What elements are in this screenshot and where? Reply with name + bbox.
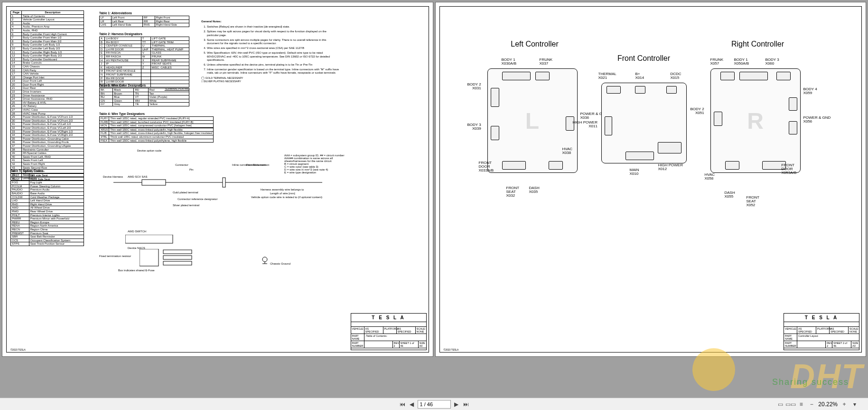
svg-rect-7 xyxy=(163,261,192,265)
page-viewer: PageDescription 1Table of Contents2Vehic… xyxy=(0,0,868,359)
lbl-inline-female: Female contact xyxy=(246,163,266,166)
page-input[interactable] xyxy=(418,400,451,409)
copyright: ©2023 TESLA xyxy=(10,348,26,351)
optcodes-title: Table 5: Option Codes xyxy=(10,169,84,172)
zoom-out-button[interactable]: − xyxy=(808,400,815,408)
color-table: BKBlackRDRedBNBrownTNTanBUBlueVTViolet (… xyxy=(99,88,189,106)
status-success: Sharing success xyxy=(772,377,849,387)
l-letter: L xyxy=(525,108,539,134)
toc: PageDescription 1Table of Contents2Vehic… xyxy=(10,10,84,181)
lbl-device-option: Device option code xyxy=(137,149,161,152)
svg-point-8 xyxy=(262,257,267,262)
view-facing-icon[interactable]: ▭▭ xyxy=(787,400,794,408)
lbl-length: Length of wire [mm] xyxy=(270,192,295,195)
wiretype-table-area: Table 4: Wire Type Designators FLRYThin … xyxy=(99,111,189,143)
harness-table: ALH BODYTLIFT GATEBRH BODYTTLIFT GATE TR… xyxy=(99,37,189,87)
lbl-vehicle-opt: Vehicle option code wire is related to (… xyxy=(251,196,322,199)
zoom-dropdown-icon[interactable]: ▾ xyxy=(851,400,859,408)
conn-right-body1: BODY 1 X050A/B xyxy=(734,58,749,66)
conn-left-body2: BODY 2 X031 xyxy=(467,83,481,90)
conn-front-hp2: HIGH POWER X012 xyxy=(658,163,683,171)
svg-rect-1 xyxy=(142,180,166,185)
view-continuous-icon[interactable]: ≡ xyxy=(797,400,805,408)
zoom-level: 20.22% xyxy=(818,401,838,408)
conn-right-body3: BODY 3 X060 xyxy=(765,58,779,66)
lbl-box-efuse: Box indicates shared E-Fuse xyxy=(118,269,155,272)
ground-icon xyxy=(261,256,269,265)
lbl-fixed-res: Fixed termination resistor xyxy=(99,255,131,257)
notes-heading: General Notes: xyxy=(201,20,339,23)
sheet-name: -Table of Contents- xyxy=(364,334,426,341)
conn-front-bplus: B+ X014 xyxy=(635,72,644,80)
lbl-chassis-gnd: Chassis Ground xyxy=(270,262,290,265)
lbl-conn-ref: Connector reference designator xyxy=(177,198,217,200)
zoom-in-button[interactable]: + xyxy=(840,400,848,408)
abbrev-table: LFLeft FrontRFRight FrontLRLeft RearRRRi… xyxy=(99,16,189,27)
toc-table: PageDescription 1Table of Contents2Vehic… xyxy=(10,10,84,181)
last-page-button[interactable]: ⏭ xyxy=(462,400,470,408)
svg-rect-2 xyxy=(223,178,225,187)
right-controller-box: R xyxy=(710,68,801,173)
brand-logo-2: T E S L A xyxy=(784,314,859,322)
svg-rect-4 xyxy=(140,249,159,266)
general-notes: General Notes: Switches [Relays] are sho… xyxy=(201,20,339,83)
left-controller-title: Left Controller xyxy=(487,40,582,48)
svg-rect-6 xyxy=(163,256,192,259)
conn-left-frunk: FRUNK X037 xyxy=(540,58,553,66)
conn-left-body3: BODY 3 X039 xyxy=(467,123,481,131)
r-letter: R xyxy=(747,108,764,134)
page-2: Left Controller Front Controller Right C… xyxy=(435,2,867,357)
abbrev-title: Table 1: Abbreviations xyxy=(99,11,189,15)
wiretype-table: FLRYThin wall 105C rated, regular strand… xyxy=(99,116,214,143)
right-controller-title: Right Controller xyxy=(710,40,805,48)
conn-left-body1: BODY 1 X030A/B xyxy=(502,58,517,66)
conn-right-frontdoor: FRONT DOOR X053A/B xyxy=(782,163,797,175)
pdf-toolbar: ⏮ ◀ ▶ ⏭ ▭ ▭▭ ≡ − 20.22% + ▾ xyxy=(0,398,868,410)
copyright-2: ©2023 TESLA xyxy=(444,348,459,351)
lbl-pin: Pin xyxy=(189,168,194,171)
conn-left-frontseat: FRONT SEAT X032 xyxy=(506,186,520,198)
watermark-circle xyxy=(692,348,735,391)
lbl-awd-switch: AWD SWITCH xyxy=(128,230,146,233)
front-controller-box xyxy=(601,83,687,163)
prev-page-button[interactable]: ◀ xyxy=(408,400,416,408)
conn-front-main: MAIN X010 xyxy=(630,168,639,176)
conn-left-dash: DASH X035 xyxy=(529,186,540,194)
watermark-text: DHT xyxy=(790,357,863,396)
next-page-button[interactable]: ▶ xyxy=(453,400,460,408)
conn-left-frontdoor: FRONT DOOR X033A/B xyxy=(479,161,494,172)
conn-right-hvac: HVAC X058 xyxy=(705,173,715,181)
svg-rect-5 xyxy=(163,250,192,254)
view-single-icon[interactable]: ▭ xyxy=(776,400,784,408)
svg-rect-3 xyxy=(125,235,173,243)
wiring-legend-diagram: Device option code Connector Pin Inline … xyxy=(99,149,425,309)
front-controller-title: Front Controller xyxy=(597,54,691,63)
conn-front-thermal: THERMAL X021 xyxy=(598,72,616,80)
wiretype-title: Table 4: Wire Type Designators xyxy=(99,112,189,115)
option-codes: Table 5: Option Codes LHSTLeft side Seat… xyxy=(10,168,84,246)
left-controller-box: L xyxy=(487,68,578,173)
conn-right-body4: BODY 4 X059 xyxy=(803,87,817,95)
efuse-graphic xyxy=(140,249,220,268)
harness-table-area: Table 2: Harness Designators ALH BODYTLI… xyxy=(99,31,189,90)
titleblock-p1: T E S L A VEHICLE:AS SPECIFIEDPLATFORM:A… xyxy=(351,313,427,350)
abbrev-table-area: Table 1: Abbreviations LFLeft FrontRFRig… xyxy=(99,10,189,27)
brand-logo: T E S L A xyxy=(351,314,426,322)
conn-left-hvac: HVAC X038 xyxy=(562,147,573,155)
sheet-name-2: Controller Layout xyxy=(797,334,859,341)
first-page-button[interactable]: ⏮ xyxy=(399,400,406,408)
conn-right-power: POWER & GND X056 xyxy=(803,116,831,124)
awd-switch-graphic xyxy=(125,235,177,245)
lbl-legend-notes: AAA = subsystem group ID, ## = circuit n… xyxy=(284,154,355,174)
color-title: Table 3: Wire Color Designators xyxy=(99,84,189,87)
color-table-area: Table 3: Wire Color Designators BKBlackR… xyxy=(99,83,189,106)
legend-gold: GOLD TERMINAL NECESSARY xyxy=(205,76,243,79)
legend-silver: SILVER PLATING NECESSARY xyxy=(204,80,241,83)
lbl-gold-term: Gold plated terminal xyxy=(173,191,198,194)
lbl-silver-term: Silver plated terminal xyxy=(173,204,199,207)
conn-front-hp1: HIGH POWER X011 xyxy=(573,121,597,128)
lbl-connector: Connector xyxy=(175,163,188,166)
conn-right-frontseat: FRONT SEAT X052 xyxy=(747,196,760,207)
lbl-harness-belongs: Harness assembly wire belongs to xyxy=(261,188,304,191)
titleblock-p2: T E S L A VEHICLE:AS SPECIFIEDPLATFORM:A… xyxy=(784,313,859,350)
